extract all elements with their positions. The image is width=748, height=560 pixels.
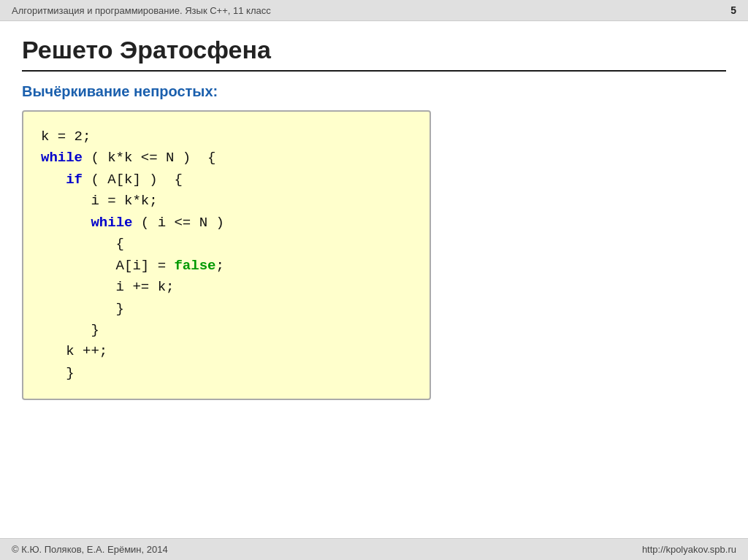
header-subtitle: Алгоритмизация и программирование. Язык … — [12, 5, 271, 16]
code-line-2: while ( k*k <= N ) { — [41, 147, 412, 169]
keyword-if: if — [66, 172, 83, 188]
keyword-while-1: while — [41, 150, 83, 166]
code-line-4: i = k*k; — [41, 191, 412, 212]
code-line-12: } — [41, 363, 412, 384]
footer-left: © К.Ю. Поляков, Е.А. Ерёмин, 2014 — [12, 544, 168, 555]
code-line-10: } — [41, 320, 412, 341]
footer: © К.Ю. Поляков, Е.А. Ерёмин, 2014 http:/… — [0, 538, 748, 560]
code-line-9: } — [41, 299, 412, 320]
code-line-3: if ( A[k] ) { — [41, 169, 412, 191]
code-line-11: k ++; — [41, 341, 412, 362]
code-line-5: while ( i <= N ) — [41, 212, 412, 234]
code-block: k = 2; while ( k*k <= N ) { if ( A[k] ) … — [22, 110, 431, 400]
code-line-8: i += k; — [41, 277, 412, 298]
main-content: Решето Эратосфена Вычёркивание непростых… — [0, 21, 748, 415]
title-divider — [22, 70, 726, 72]
page-number: 5 — [730, 4, 736, 16]
footer-right: http://kpolyakov.spb.ru — [642, 544, 736, 555]
header-bar: Алгоритмизация и программирование. Язык … — [0, 0, 748, 21]
keyword-while-2: while — [91, 215, 132, 231]
code-line-7: A[i] = false; — [41, 256, 412, 277]
section-heading: Вычёркивание непростых: — [22, 83, 726, 100]
code-line-6: { — [41, 234, 412, 255]
keyword-false: false — [174, 258, 215, 274]
slide-title: Решето Эратосфена — [22, 36, 726, 64]
code-line-1: k = 2; — [41, 126, 412, 147]
